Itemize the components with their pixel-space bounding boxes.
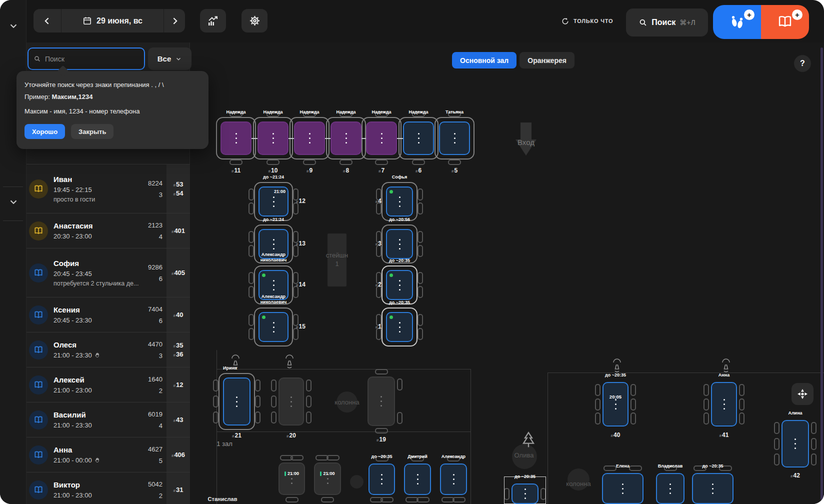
- global-search-button[interactable]: Поиск ⌘+Л: [626, 8, 708, 36]
- filter-dropdown[interactable]: Все: [148, 48, 192, 70]
- table-12[interactable]: 21:00: [258, 186, 288, 216]
- booking-code: 8224: [144, 180, 162, 187]
- table-3[interactable]: [386, 229, 413, 259]
- table-4[interactable]: [386, 186, 413, 216]
- olive-tree-icon: [520, 431, 537, 451]
- table-number: #21: [223, 432, 250, 439]
- chair-icon: [630, 412, 636, 424]
- table-21[interactable]: [223, 378, 250, 426]
- chair-icon: [230, 160, 242, 165]
- booking-book-icon: [26, 340, 50, 360]
- table-elena[interactable]: [602, 473, 644, 504]
- table-seats-dots: [332, 122, 360, 154]
- table-r2035[interactable]: [692, 473, 734, 504]
- table-7[interactable]: [366, 122, 397, 155]
- collapse-top-chevron-icon[interactable]: [7, 20, 20, 32]
- table-number: #9: [294, 167, 325, 174]
- guest-name: Олеся: [54, 340, 144, 349]
- chair-icon: [326, 455, 340, 460]
- reservation-note: потребуется 2 стульчика де...: [54, 280, 144, 287]
- reservation-row[interactable]: Олеся21:00 - 23:3044703#35#36: [26, 332, 190, 367]
- chair-icon: [248, 314, 254, 326]
- reservation-row[interactable]: Анна21:00 - 00:0046275#406: [26, 437, 190, 472]
- date-picker-button[interactable]: 29 июня, вс: [62, 9, 164, 32]
- reservation-row[interactable]: Василий21:00 - 23:3060194#43: [26, 402, 190, 437]
- table-9[interactable]: [294, 122, 325, 155]
- reservation-row[interactable]: Виктор21:00 - 23:0050422#31: [26, 472, 190, 504]
- current-date-label: 29 июня, вс: [96, 16, 142, 26]
- hint-ok-button[interactable]: Хорошо: [24, 124, 65, 139]
- table-connector: [288, 138, 294, 139]
- table-number: #405: [172, 269, 185, 276]
- table-b3[interactable]: [368, 464, 395, 495]
- table-40[interactable]: 20:05: [602, 382, 628, 426]
- reservation-list: Иван19:45 - 22:15просто в гости82243#53#…: [26, 164, 190, 504]
- hall-tabs: Основной зал Оранжерея: [452, 52, 574, 68]
- table-20[interactable]: [278, 378, 304, 426]
- table-vlad[interactable]: [656, 473, 684, 504]
- search-icon: [34, 55, 41, 62]
- reservation-row[interactable]: Иван19:45 - 22:15просто в гости82243#53#…: [26, 164, 190, 213]
- guest-count: 6: [144, 275, 162, 282]
- chair-icon: [595, 412, 600, 424]
- table-1[interactable]: [386, 312, 413, 342]
- chair-icon: [271, 396, 276, 408]
- table-label: до ~20:35: [490, 474, 560, 480]
- table-number: #12: [296, 198, 306, 204]
- hint-close-button[interactable]: Закрыть: [71, 124, 114, 139]
- reservation-time: 21:00 - 00:00: [54, 456, 144, 464]
- collapse-mid-chevron-icon[interactable]: [7, 196, 20, 208]
- table-42[interactable]: [782, 420, 809, 468]
- hint-line1: Уточняйте поиск через знаки препинания .…: [24, 81, 200, 88]
- footprints-icon: [729, 14, 745, 30]
- reservation-row[interactable]: Анастасия20:30 - 23:0021234#401: [26, 213, 190, 248]
- table-label: до ~21:24: [238, 217, 308, 222]
- table-oliva[interactable]: [512, 484, 538, 504]
- chair-icon: [416, 497, 430, 502]
- table-b1[interactable]: 21:00: [278, 462, 305, 495]
- tab-main-hall[interactable]: Основной зал: [452, 52, 516, 68]
- table-8[interactable]: [330, 122, 362, 155]
- table-number: #40: [602, 432, 628, 438]
- locate-button[interactable]: [792, 383, 814, 405]
- plan-scrollbar[interactable]: [820, 48, 823, 500]
- chart-icon: [207, 15, 219, 27]
- table-seats-dots: [368, 378, 394, 425]
- reservation-time: 20:30 - 23:00: [54, 232, 144, 240]
- table-b4[interactable]: [404, 464, 431, 495]
- chair-icon: [255, 380, 260, 392]
- chair-icon: [774, 422, 780, 434]
- stats-button[interactable]: [200, 9, 226, 32]
- table-b2[interactable]: 21:00: [314, 462, 341, 495]
- next-day-button[interactable]: [164, 9, 185, 32]
- settings-button[interactable]: [242, 9, 268, 32]
- booking-book-icon: [26, 180, 50, 198]
- table-6[interactable]: [403, 122, 434, 155]
- tab-orangery[interactable]: Оранжерея: [520, 52, 574, 68]
- table-time-badge: 21:00: [315, 471, 340, 476]
- booking-code: 4627: [144, 446, 162, 453]
- chair-icon: [286, 497, 298, 502]
- table-15[interactable]: [258, 312, 288, 342]
- table-5[interactable]: [439, 122, 470, 155]
- prev-day-button[interactable]: [34, 9, 61, 32]
- reservation-row[interactable]: Алексей21:00 - 23:0016402#12: [26, 367, 190, 402]
- hint-line3: Максим - имя, 1234 - номер телефона: [24, 108, 200, 115]
- add-walkin-button[interactable]: +: [713, 5, 761, 39]
- assigned-tables: #406: [166, 438, 190, 472]
- table-10[interactable]: [258, 122, 288, 155]
- table-b5[interactable]: [440, 464, 467, 495]
- chair-icon: [418, 188, 423, 200]
- table-2[interactable]: [386, 270, 413, 300]
- reservation-row[interactable]: Ксения20:45 - 23:3074046#40: [26, 297, 190, 332]
- table-19[interactable]: [368, 376, 395, 426]
- assigned-tables: #405: [166, 248, 190, 297]
- table-11[interactable]: [220, 122, 252, 155]
- table-seats-dots: [222, 122, 250, 154]
- guest-search-input[interactable]: Поиск: [28, 48, 145, 70]
- reservation-row[interactable]: София20:45 - 23:45потребуется 2 стульчик…: [26, 248, 190, 297]
- table-41[interactable]: [711, 382, 737, 426]
- refresh-status-button[interactable]: ТОЛЬКО ЧТО: [561, 14, 613, 28]
- help-button[interactable]: ?: [794, 55, 811, 72]
- add-reservation-button[interactable]: +: [761, 5, 809, 39]
